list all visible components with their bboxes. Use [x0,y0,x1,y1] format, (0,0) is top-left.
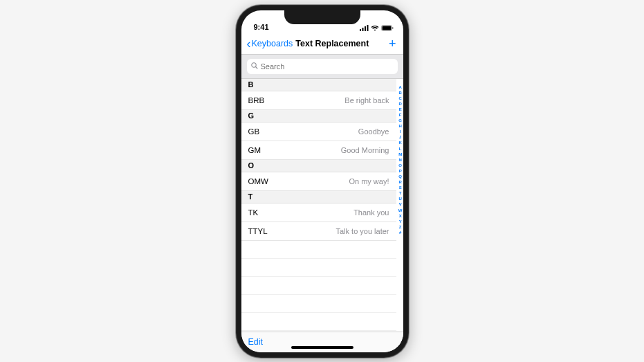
svg-rect-6 [392,27,394,29]
index-letter[interactable]: G [398,118,402,123]
shortcut-label: TTYL [248,227,268,235]
back-button[interactable]: ‹ Keyboards [247,38,293,50]
empty-row [241,277,396,295]
section-header: B [241,79,396,91]
index-letter[interactable]: H [398,123,401,129]
content-area: BBRBBe right backGGBGoodbyeGMGood Mornin… [241,79,403,332]
section-index-bar[interactable]: ABCDEFGHIJKLMNOPQRSTUVWXYZ# [398,84,403,236]
index-letter[interactable]: # [399,230,401,235]
search-icon [251,62,258,71]
status-right [360,25,394,31]
phrase-label: On my way! [349,177,389,185]
search-input[interactable] [261,62,394,71]
status-time: 9:41 [254,23,269,31]
svg-rect-0 [360,29,361,31]
wifi-icon [371,25,379,31]
phrase-label: Goodbye [358,127,389,136]
back-label: Keyboards [252,39,293,48]
empty-row [241,295,396,313]
index-letter[interactable]: M [398,152,402,157]
svg-rect-1 [362,28,363,31]
section-header: G [241,110,396,123]
search-field[interactable] [247,59,398,74]
index-letter[interactable]: R [398,179,401,185]
empty-row [241,241,396,259]
table-row[interactable]: BRBBe right back [241,91,396,110]
shortcut-label: GM [248,146,261,154]
battery-icon [381,25,394,31]
shortcut-label: BRB [248,96,265,105]
bottom-toolbar: Edit [241,332,403,352]
table-row[interactable]: TKThank you [241,203,396,222]
edit-button[interactable]: Edit [248,337,264,347]
svg-rect-2 [365,26,366,31]
index-letter[interactable]: N [398,157,401,163]
svg-rect-5 [382,26,391,30]
navigation-bar: ‹ Keyboards Text Replacement + [241,34,403,55]
phrase-label: Good Morning [341,146,389,154]
cellular-signal-icon [360,25,369,31]
notch [284,10,360,24]
phone-screen: 9:41 ‹ Keyboards Text Replacement + [241,10,403,352]
index-letter[interactable]: J [399,134,401,140]
index-letter[interactable]: X [399,213,402,219]
chevron-left-icon: ‹ [247,37,251,50]
add-button[interactable]: + [389,37,396,50]
table-row[interactable]: GMGood Morning [241,141,396,160]
index-letter[interactable]: W [398,208,403,213]
svg-line-8 [255,66,257,69]
index-letter[interactable]: Q [398,174,402,179]
section-header: T [241,191,396,203]
table-row[interactable]: OMWOn my way! [241,172,396,191]
phrase-label: Thank you [353,208,389,217]
phone-frame: 9:41 ‹ Keyboards Text Replacement + [236,5,409,358]
index-letter[interactable]: C [398,96,401,101]
search-container [241,55,403,79]
shortcut-label: OMW [248,177,268,185]
replacements-list[interactable]: BBRBBe right backGGBGoodbyeGMGood Mornin… [241,79,403,332]
index-letter[interactable]: Z [399,224,402,230]
section-header: O [241,160,396,172]
empty-row [241,259,396,277]
index-letter[interactable]: O [398,163,402,168]
table-row[interactable]: GBGoodbye [241,123,396,141]
index-letter[interactable]: Y [399,219,402,224]
home-indicator[interactable] [291,346,353,349]
index-letter[interactable]: A [398,84,401,90]
index-letter[interactable]: V [399,201,402,207]
index-letter[interactable]: S [399,185,402,190]
index-letter[interactable]: E [399,107,402,112]
index-letter[interactable]: F [399,112,402,118]
index-letter[interactable]: U [398,196,401,201]
empty-row [241,313,396,331]
phrase-label: Be right back [344,96,389,105]
shortcut-label: TK [248,208,259,217]
index-letter[interactable]: D [398,101,401,107]
page-title: Text Replacement [295,39,369,48]
phrase-label: Talk to you later [335,227,389,235]
index-letter[interactable]: I [400,129,401,134]
table-row[interactable]: TTYLTalk to you later [241,222,396,241]
svg-rect-3 [367,25,368,31]
index-letter[interactable]: T [399,190,402,196]
index-letter[interactable]: P [399,168,402,174]
shortcut-label: GB [248,127,260,136]
index-letter[interactable]: K [398,140,401,145]
index-letter[interactable]: B [398,90,401,96]
index-letter[interactable]: L [399,146,402,152]
